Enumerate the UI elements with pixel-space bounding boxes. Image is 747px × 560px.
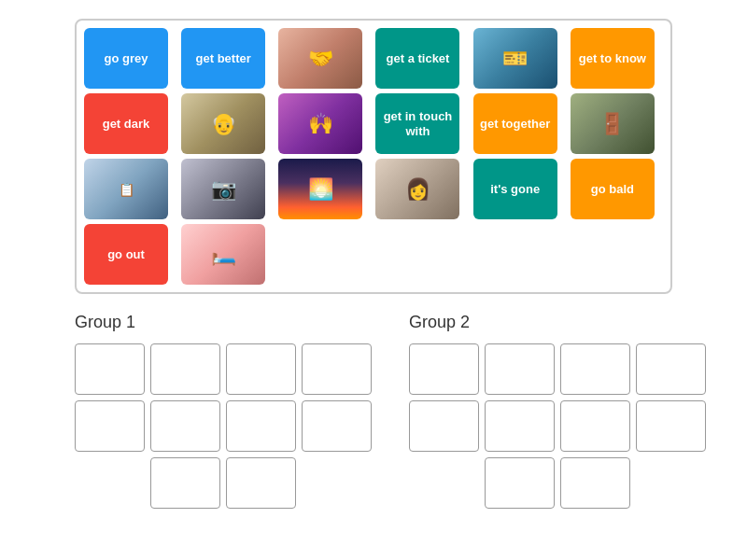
card-woman-image[interactable]: 👩 — [375, 159, 459, 219]
drop-cell[interactable] — [150, 400, 220, 452]
group-2-container: Group 2 — [409, 313, 706, 509]
card-get-better[interactable]: get better — [181, 28, 265, 89]
drop-cell[interactable] — [409, 343, 479, 395]
drop-cell[interactable] — [75, 343, 145, 395]
groups-section: Group 1 Group 2 — [75, 313, 672, 509]
card-door-image[interactable]: 🚪 — [571, 93, 655, 154]
card-get-in-touch-with[interactable]: get in touch with — [375, 93, 459, 154]
card-sunset-image[interactable]: 🌅 — [278, 159, 362, 219]
drop-cell[interactable] — [636, 343, 706, 395]
card-camera-image[interactable]: 📷 — [181, 159, 265, 219]
drop-cell[interactable] — [560, 343, 630, 395]
group-1-row3 — [75, 457, 372, 509]
card-handshake-image[interactable]: 🤝 — [278, 28, 362, 89]
card-patient-image[interactable]: 🛏️ — [181, 224, 265, 285]
drop-cell[interactable] — [485, 343, 555, 395]
card-go-out[interactable]: go out — [84, 224, 168, 285]
card-go-bald[interactable]: go bald — [571, 159, 655, 219]
drop-cell[interactable] — [226, 343, 296, 395]
card-hands-image[interactable]: 🙌 — [278, 93, 362, 154]
drop-cell[interactable] — [409, 400, 479, 452]
group-2-title: Group 2 — [409, 313, 706, 332]
drop-cell[interactable] — [150, 457, 220, 509]
drop-cell[interactable] — [302, 400, 372, 452]
group-1-grid — [75, 343, 372, 452]
drop-cell[interactable] — [636, 400, 706, 452]
group-2-row3 — [409, 457, 706, 509]
card-person-image[interactable]: 👴 — [181, 93, 265, 154]
drop-cell[interactable] — [75, 400, 145, 452]
group-1-title: Group 1 — [75, 313, 372, 332]
cards-grid: go grey get better 🤝 get a ticket 🎫 get … — [75, 19, 672, 294]
card-its-gone[interactable]: it's gone — [473, 159, 557, 219]
card-get-together[interactable]: get together — [473, 93, 557, 154]
drop-cell[interactable] — [560, 400, 630, 452]
group-2-grid — [409, 343, 706, 452]
drop-cell[interactable] — [485, 457, 555, 509]
card-contact-image[interactable]: 📋 — [84, 159, 168, 219]
card-get-a-ticket[interactable]: get a ticket — [375, 28, 459, 89]
drop-cell[interactable] — [226, 400, 296, 452]
group-1-container: Group 1 — [75, 313, 372, 509]
drop-cell[interactable] — [302, 343, 372, 395]
card-ticket-image[interactable]: 🎫 — [473, 28, 557, 89]
drop-cell[interactable] — [226, 457, 296, 509]
drop-cell[interactable] — [485, 400, 555, 452]
card-go-grey[interactable]: go grey — [84, 28, 168, 89]
drop-cell[interactable] — [150, 343, 220, 395]
card-get-to-know[interactable]: get to know — [571, 28, 655, 89]
card-get-dark[interactable]: get dark — [84, 93, 168, 154]
drop-cell[interactable] — [560, 457, 630, 509]
